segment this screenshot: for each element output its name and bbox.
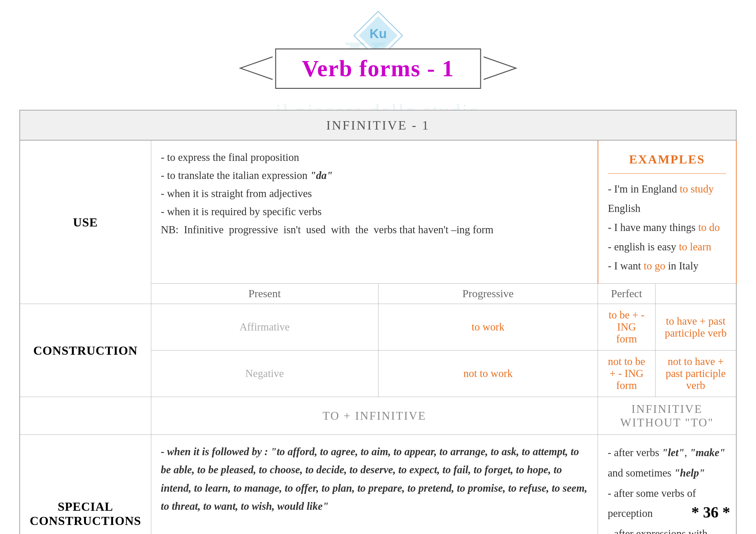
examples-header: EXAMPLES — [608, 148, 726, 174]
special-to-inf-text: "to afford, to agree, to aim, to appear,… — [161, 446, 587, 512]
use-content-right: EXAMPLES - I'm in England to study Engli… — [598, 140, 736, 284]
special-constructions-label: SPECIAL CONSTRUCTIONS — [20, 435, 151, 534]
special-label-line1: SPECIAL — [30, 499, 141, 514]
use-label: USE — [20, 140, 151, 304]
special-to-inf-content: - when it is followed by : "to afford, t… — [151, 435, 598, 534]
section-header-row: INFINITIVE - 1 — [20, 110, 736, 140]
page-number: * 36 * — [691, 503, 730, 521]
example-1: - I'm in England to study English — [608, 180, 726, 218]
perfect-negative: not to have + past participle verb — [655, 350, 736, 397]
left-arrow-icon — [237, 55, 276, 82]
progressive-negative: not to be + - ING form — [598, 350, 656, 397]
example-4: - I want to go in Italy — [608, 257, 726, 276]
title-box: Verb forms - 1 — [275, 48, 481, 89]
use-text-5: NB: Infinitive progressive isn't used wi… — [161, 221, 588, 239]
svg-text:Ku: Ku — [369, 27, 387, 41]
orange-3: to learn — [679, 241, 712, 253]
progressive-affirmative: to be + -ING form — [598, 304, 656, 350]
present-negative: not to work — [378, 350, 598, 397]
use-text-1: - to express the final proposition — [161, 148, 588, 166]
example-3: - english is easy to learn — [608, 238, 726, 257]
construction-label: CONSTRUCTION — [20, 304, 151, 397]
perfect-affirmative: to have + past participle verb — [655, 304, 736, 350]
negative-label: Negative — [151, 350, 378, 397]
orange-2: to do — [698, 222, 720, 233]
col-perfect-header: Perfect — [598, 284, 656, 304]
affirmative-label: Affirmative — [151, 304, 378, 350]
col-progressive-header: Progressive — [378, 284, 598, 304]
use-text-3: - when it is straight from adjectives — [161, 185, 588, 203]
use-text-2: - to translate the italian expression "d… — [161, 166, 588, 185]
inf-without-to-3: - after expressions with "why" — [608, 524, 726, 534]
use-text-4: - when it is required by specific verbs — [161, 203, 588, 221]
orange-4: to go — [644, 260, 665, 272]
example-2: - I have many things to do — [608, 218, 726, 237]
main-table-wrapper: INFINITIVE - 1 USE - to express the fina… — [19, 110, 737, 482]
special-label-line2: CONSTRUCTIONS — [30, 514, 141, 528]
use-row: USE - to express the final proposition -… — [20, 140, 736, 284]
inf-without-to-header: INFINITIVE WITHOUT "TO" — [598, 397, 736, 435]
title-container: Verb forms - 1 — [237, 48, 519, 89]
present-affirmative: to work — [378, 304, 598, 350]
inf-without-to-1: - after verbs "let", "make" and sometime… — [608, 443, 726, 483]
to-inf-header: TO + INFINITIVE — [151, 397, 598, 435]
special-constructions-row: SPECIAL CONSTRUCTIONS - when it is follo… — [20, 435, 736, 534]
section-header: INFINITIVE - 1 — [20, 110, 736, 140]
special-header-row: TO + INFINITIVE INFINITIVE WITHOUT "TO" — [20, 397, 736, 435]
page-title: Verb forms - 1 — [302, 56, 454, 81]
orange-1: to study — [680, 183, 714, 195]
construction-row: CONSTRUCTION Affirmative to work to be +… — [20, 304, 736, 350]
main-content-table: INFINITIVE - 1 USE - to express the fina… — [19, 110, 737, 534]
col-present-header: Present — [151, 284, 378, 304]
use-content-left: - to express the final proposition - to … — [151, 140, 598, 284]
right-arrow-icon — [480, 55, 519, 82]
